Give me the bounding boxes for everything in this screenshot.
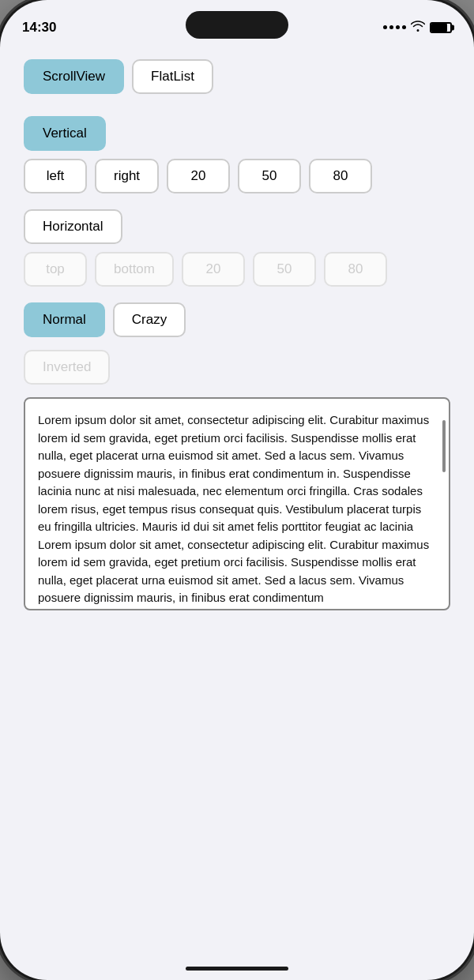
view-type-row: ScrollView FlatList <box>24 59 450 94</box>
vertical-options-row: left right 20 50 80 <box>24 159 450 193</box>
bottom-button: bottom <box>95 252 174 287</box>
v50-button[interactable]: 50 <box>238 159 301 193</box>
phone-frame: 14:30 ScrollView Fl <box>0 0 474 980</box>
home-indicator <box>186 967 288 971</box>
screen-content: ScrollView FlatList Vertical left right … <box>0 43 474 948</box>
horizontal-options-row: top bottom 20 50 80 <box>24 252 450 287</box>
dynamic-island <box>186 11 288 39</box>
h50-button: 50 <box>253 252 316 287</box>
status-icons <box>383 21 452 34</box>
horizontal-button[interactable]: Horizontal <box>24 209 122 244</box>
v20-button[interactable]: 20 <box>167 159 230 193</box>
h80-button: 80 <box>324 252 387 287</box>
signal-icon <box>383 25 406 29</box>
text-content-box[interactable]: Lorem ipsum dolor sit amet, consectetur … <box>24 397 450 610</box>
normal-crazy-row: Normal Crazy <box>24 302 450 337</box>
normal-button[interactable]: Normal <box>24 302 105 337</box>
crazy-button[interactable]: Crazy <box>113 302 186 337</box>
v80-button[interactable]: 80 <box>309 159 372 193</box>
top-button: top <box>24 252 87 287</box>
vertical-button[interactable]: Vertical <box>24 116 106 151</box>
wifi-icon <box>411 21 425 34</box>
left-button[interactable]: left <box>24 159 87 193</box>
inverted-button: Inverted <box>24 350 110 385</box>
h20-button: 20 <box>182 252 245 287</box>
vertical-section: Vertical left right 20 50 80 <box>24 116 450 193</box>
lorem-ipsum-text: Lorem ipsum dolor sit amet, consectetur … <box>38 411 436 607</box>
battery-icon <box>430 22 452 33</box>
inverted-row: Inverted <box>24 350 450 385</box>
scrollview-button[interactable]: ScrollView <box>24 59 124 94</box>
flatlist-button[interactable]: FlatList <box>132 59 213 94</box>
right-button[interactable]: right <box>95 159 159 193</box>
status-time: 14:30 <box>22 20 56 36</box>
horizontal-section: Horizontal top bottom 20 50 80 <box>24 209 450 287</box>
